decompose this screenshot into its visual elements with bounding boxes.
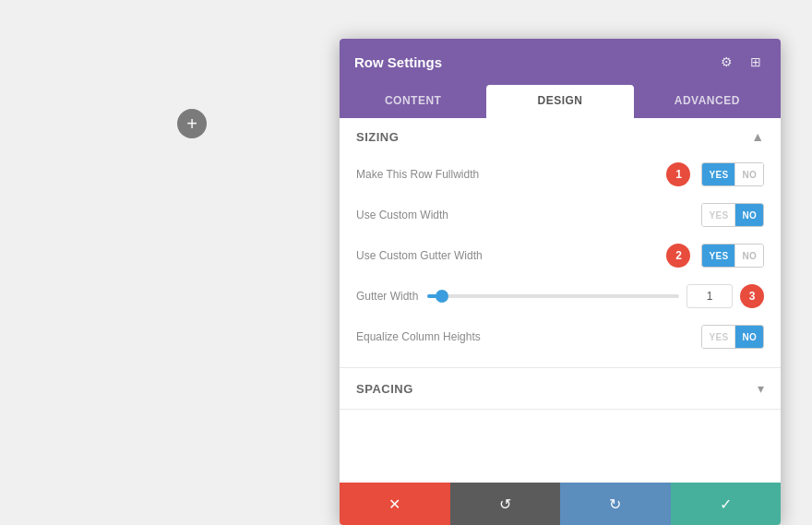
cancel-icon: ✕ xyxy=(388,495,400,513)
spacing-section: Spacing ▾ xyxy=(340,368,781,410)
badge-3: 3 xyxy=(740,284,764,308)
fullwidth-toggle[interactable]: YES NO xyxy=(701,162,764,186)
fullwidth-toggle-group: 1 YES NO xyxy=(666,162,764,186)
save-icon: ✓ xyxy=(720,495,732,513)
custom-width-label: Use Custom Width xyxy=(356,209,448,221)
custom-gutter-toggle-group: 2 YES NO xyxy=(666,244,764,268)
equalize-toggle-no: NO xyxy=(735,326,763,348)
canvas-area: + xyxy=(0,0,341,525)
settings-icon[interactable]: ⚙ xyxy=(716,52,736,72)
tab-content[interactable]: Content xyxy=(340,85,486,118)
sizing-section: Sizing ▲ Make This Row Fullwidth 1 YES N… xyxy=(340,118,781,368)
plus-icon: + xyxy=(186,114,197,133)
sizing-collapse-icon: ▲ xyxy=(751,129,764,144)
spacing-section-header[interactable]: Spacing ▾ xyxy=(340,368,781,409)
panel-title: Row Settings xyxy=(354,54,442,70)
fullwidth-setting-row: Make This Row Fullwidth 1 YES NO xyxy=(356,162,764,186)
gutter-width-setting-row: Gutter Width 1 3 xyxy=(356,284,764,308)
row-settings-panel: Row Settings ⚙ ⊞ Content Design Advanced… xyxy=(340,39,781,525)
custom-gutter-toggle-yes: YES xyxy=(702,245,734,267)
equalize-toggle-yes: YES xyxy=(702,326,734,348)
undo-button[interactable]: ↺ xyxy=(450,483,561,525)
gutter-slider-thumb[interactable] xyxy=(436,290,448,303)
cancel-button[interactable]: ✕ xyxy=(340,483,450,525)
custom-width-setting-row: Use Custom Width YES NO xyxy=(356,203,764,227)
panel-body: Sizing ▲ Make This Row Fullwidth 1 YES N… xyxy=(340,118,781,483)
fullwidth-toggle-no: NO xyxy=(735,163,763,185)
gutter-slider-group: 1 3 xyxy=(427,284,764,308)
badge-1: 1 xyxy=(666,162,690,186)
tab-design[interactable]: Design xyxy=(486,85,633,118)
badge-2: 2 xyxy=(666,244,690,268)
spacing-section-title: Spacing xyxy=(356,382,413,396)
equalize-heights-setting-row: Equalize Column Heights YES NO xyxy=(356,325,764,349)
custom-gutter-setting-row: Use Custom Gutter Width 2 YES NO xyxy=(356,244,764,268)
redo-icon: ↻ xyxy=(609,495,621,513)
sizing-section-title: Sizing xyxy=(356,130,399,144)
panel-footer: ✕ ↺ ↻ ✓ xyxy=(340,483,781,525)
sizing-section-content: Make This Row Fullwidth 1 YES NO Use Cus… xyxy=(340,155,781,367)
custom-gutter-toggle[interactable]: YES NO xyxy=(701,244,764,268)
custom-gutter-toggle-no: NO xyxy=(735,245,763,267)
gutter-value-input[interactable]: 1 xyxy=(687,284,733,308)
redo-button[interactable]: ↻ xyxy=(560,483,671,525)
custom-width-toggle[interactable]: YES NO xyxy=(701,203,764,227)
spacing-collapse-icon: ▾ xyxy=(758,381,764,396)
custom-gutter-label: Use Custom Gutter Width xyxy=(356,249,483,262)
equalize-heights-toggle[interactable]: YES NO xyxy=(701,325,764,349)
custom-width-toggle-no: NO xyxy=(735,204,763,226)
sizing-section-header[interactable]: Sizing ▲ xyxy=(340,118,781,155)
gutter-width-label: Gutter Width xyxy=(356,290,418,303)
equalize-heights-label: Equalize Column Heights xyxy=(356,330,481,343)
columns-icon[interactable]: ⊞ xyxy=(746,52,766,72)
undo-icon: ↺ xyxy=(499,495,511,513)
add-row-button[interactable]: + xyxy=(177,109,207,138)
gutter-slider-track[interactable] xyxy=(427,294,679,298)
tab-advanced[interactable]: Advanced xyxy=(634,85,781,118)
custom-width-toggle-yes: YES xyxy=(702,204,734,226)
save-button[interactable]: ✓ xyxy=(671,483,782,525)
fullwidth-toggle-yes: YES xyxy=(702,163,734,185)
panel-header-actions: ⚙ ⊞ xyxy=(716,52,766,72)
tabs-bar: Content Design Advanced xyxy=(340,85,781,118)
panel-header: Row Settings ⚙ ⊞ xyxy=(340,39,781,85)
fullwidth-label: Make This Row Fullwidth xyxy=(356,168,479,181)
